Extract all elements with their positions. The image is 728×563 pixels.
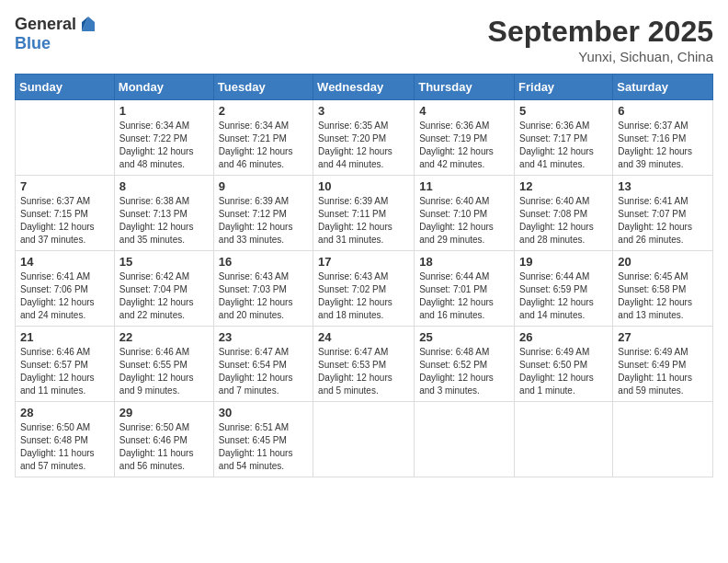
day-info: Sunrise: 6:45 AM Sunset: 6:58 PM Dayligh… [618,270,708,322]
day-number: 12 [519,179,608,193]
calendar-cell: 15Sunrise: 6:42 AM Sunset: 7:04 PM Dayli… [114,251,213,327]
day-header-friday: Friday [515,75,613,100]
day-info: Sunrise: 6:37 AM Sunset: 7:16 PM Dayligh… [618,120,708,171]
calendar-cell [16,100,115,176]
day-number: 19 [519,255,608,269]
day-number: 24 [318,330,409,344]
day-info: Sunrise: 6:47 AM Sunset: 6:54 PM Dayligh… [219,346,308,397]
day-header-tuesday: Tuesday [213,75,313,100]
calendar-table: SundayMondayTuesdayWednesdayThursdayFrid… [15,74,713,477]
day-header-sunday: Sunday [16,75,115,100]
logo-general-text: General [15,16,76,34]
calendar-cell: 21Sunrise: 6:46 AM Sunset: 6:57 PM Dayli… [16,327,115,402]
calendar-week-3: 14Sunrise: 6:41 AM Sunset: 7:06 PM Dayli… [16,251,713,327]
calendar-cell: 3Sunrise: 6:35 AM Sunset: 7:20 PM Daylig… [313,100,415,176]
day-info: Sunrise: 6:41 AM Sunset: 7:06 PM Dayligh… [20,270,109,322]
day-number: 6 [618,104,708,118]
day-info: Sunrise: 6:43 AM Sunset: 7:03 PM Dayligh… [219,270,308,322]
day-info: Sunrise: 6:37 AM Sunset: 7:15 PM Dayligh… [20,195,109,247]
calendar-week-5: 28Sunrise: 6:50 AM Sunset: 6:48 PM Dayli… [16,402,713,477]
calendar-cell: 10Sunrise: 6:39 AM Sunset: 7:11 PM Dayli… [313,176,415,251]
day-info: Sunrise: 6:43 AM Sunset: 7:02 PM Dayligh… [318,270,409,322]
day-number: 5 [519,104,608,118]
day-number: 16 [219,255,308,269]
calendar-cell: 17Sunrise: 6:43 AM Sunset: 7:02 PM Dayli… [313,251,415,327]
logo: General Blue [15,15,98,53]
day-info: Sunrise: 6:51 AM Sunset: 6:45 PM Dayligh… [219,421,308,473]
calendar-cell [613,402,713,477]
calendar-cell: 25Sunrise: 6:48 AM Sunset: 6:52 PM Dayli… [415,327,515,402]
calendar-cell: 9Sunrise: 6:39 AM Sunset: 7:12 PM Daylig… [213,176,313,251]
day-info: Sunrise: 6:40 AM Sunset: 7:08 PM Dayligh… [519,195,608,247]
day-info: Sunrise: 6:36 AM Sunset: 7:19 PM Dayligh… [419,120,509,171]
calendar-week-4: 21Sunrise: 6:46 AM Sunset: 6:57 PM Dayli… [16,327,713,402]
day-number: 3 [318,104,409,118]
day-info: Sunrise: 6:42 AM Sunset: 7:04 PM Dayligh… [119,270,209,322]
day-number: 21 [20,330,109,344]
day-header-wednesday: Wednesday [313,75,415,100]
title-block: September 2025 Yunxi, Sichuan, China [488,15,713,64]
calendar-cell: 30Sunrise: 6:51 AM Sunset: 6:45 PM Dayli… [213,402,313,477]
day-info: Sunrise: 6:34 AM Sunset: 7:21 PM Dayligh… [219,120,308,171]
month-title: September 2025 [488,15,713,49]
day-number: 13 [618,179,708,193]
calendar-header-row: SundayMondayTuesdayWednesdayThursdayFrid… [16,75,713,100]
day-number: 7 [20,179,109,193]
day-number: 14 [20,255,109,269]
day-number: 25 [419,330,509,344]
calendar-cell: 1Sunrise: 6:34 AM Sunset: 7:22 PM Daylig… [114,100,213,176]
day-number: 28 [20,406,109,419]
day-info: Sunrise: 6:34 AM Sunset: 7:22 PM Dayligh… [119,120,209,171]
calendar-cell: 19Sunrise: 6:44 AM Sunset: 6:59 PM Dayli… [515,251,613,327]
day-info: Sunrise: 6:50 AM Sunset: 6:48 PM Dayligh… [20,421,109,473]
calendar-cell: 11Sunrise: 6:40 AM Sunset: 7:10 PM Dayli… [415,176,515,251]
calendar-cell: 16Sunrise: 6:43 AM Sunset: 7:03 PM Dayli… [213,251,313,327]
calendar-cell: 2Sunrise: 6:34 AM Sunset: 7:21 PM Daylig… [213,100,313,176]
day-number: 11 [419,179,509,193]
day-number: 2 [219,104,308,118]
calendar-cell: 28Sunrise: 6:50 AM Sunset: 6:48 PM Dayli… [16,402,115,477]
calendar-cell: 5Sunrise: 6:36 AM Sunset: 7:17 PM Daylig… [515,100,613,176]
location: Yunxi, Sichuan, China [488,49,713,64]
calendar-cell: 22Sunrise: 6:46 AM Sunset: 6:55 PM Dayli… [114,327,213,402]
day-info: Sunrise: 6:44 AM Sunset: 6:59 PM Dayligh… [519,270,608,322]
day-number: 27 [618,330,708,344]
day-info: Sunrise: 6:39 AM Sunset: 7:11 PM Dayligh… [318,195,409,247]
calendar-cell [415,402,515,477]
day-number: 15 [119,255,209,269]
day-info: Sunrise: 6:50 AM Sunset: 6:46 PM Dayligh… [119,421,209,473]
day-number: 4 [419,104,509,118]
day-number: 22 [119,330,209,344]
calendar-cell: 12Sunrise: 6:40 AM Sunset: 7:08 PM Dayli… [515,176,613,251]
calendar-cell: 7Sunrise: 6:37 AM Sunset: 7:15 PM Daylig… [16,176,115,251]
day-header-monday: Monday [114,75,213,100]
calendar-cell: 6Sunrise: 6:37 AM Sunset: 7:16 PM Daylig… [613,100,713,176]
day-number: 10 [318,179,409,193]
day-info: Sunrise: 6:35 AM Sunset: 7:20 PM Dayligh… [318,120,409,171]
day-info: Sunrise: 6:47 AM Sunset: 6:53 PM Dayligh… [318,346,409,397]
logo-icon [78,15,98,35]
logo-blue-text: Blue [15,35,98,53]
calendar-cell: 8Sunrise: 6:38 AM Sunset: 7:13 PM Daylig… [114,176,213,251]
calendar-cell: 20Sunrise: 6:45 AM Sunset: 6:58 PM Dayli… [613,251,713,327]
day-number: 29 [119,406,209,419]
calendar-week-1: 1Sunrise: 6:34 AM Sunset: 7:22 PM Daylig… [16,100,713,176]
calendar-week-2: 7Sunrise: 6:37 AM Sunset: 7:15 PM Daylig… [16,176,713,251]
day-info: Sunrise: 6:46 AM Sunset: 6:55 PM Dayligh… [119,346,209,397]
day-info: Sunrise: 6:46 AM Sunset: 6:57 PM Dayligh… [20,346,109,397]
day-info: Sunrise: 6:40 AM Sunset: 7:10 PM Dayligh… [419,195,509,247]
day-info: Sunrise: 6:48 AM Sunset: 6:52 PM Dayligh… [419,346,509,397]
calendar-cell: 27Sunrise: 6:49 AM Sunset: 6:49 PM Dayli… [613,327,713,402]
calendar-cell: 14Sunrise: 6:41 AM Sunset: 7:06 PM Dayli… [16,251,115,327]
calendar-cell [313,402,415,477]
day-number: 17 [318,255,409,269]
day-info: Sunrise: 6:39 AM Sunset: 7:12 PM Dayligh… [219,195,308,247]
calendar-cell [515,402,613,477]
day-number: 8 [119,179,209,193]
day-number: 18 [419,255,509,269]
calendar-cell: 4Sunrise: 6:36 AM Sunset: 7:19 PM Daylig… [415,100,515,176]
day-number: 23 [219,330,308,344]
day-number: 26 [519,330,608,344]
calendar-cell: 18Sunrise: 6:44 AM Sunset: 7:01 PM Dayli… [415,251,515,327]
day-number: 1 [119,104,209,118]
